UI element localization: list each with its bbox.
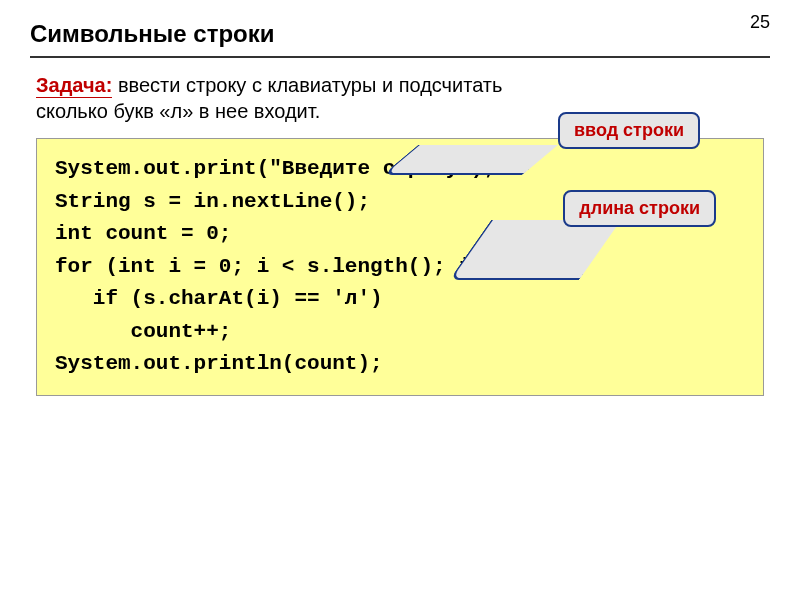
page-number: 25	[750, 12, 770, 33]
callout-string-length: длина строки	[563, 190, 716, 227]
task-label: Задача:	[36, 74, 112, 98]
code-block: System.out.print("Введите строку"); Stri…	[36, 138, 764, 396]
callout-input-string: ввод строки	[558, 112, 700, 149]
title-divider	[30, 56, 770, 58]
slide-title: Символьные строки	[30, 20, 770, 48]
